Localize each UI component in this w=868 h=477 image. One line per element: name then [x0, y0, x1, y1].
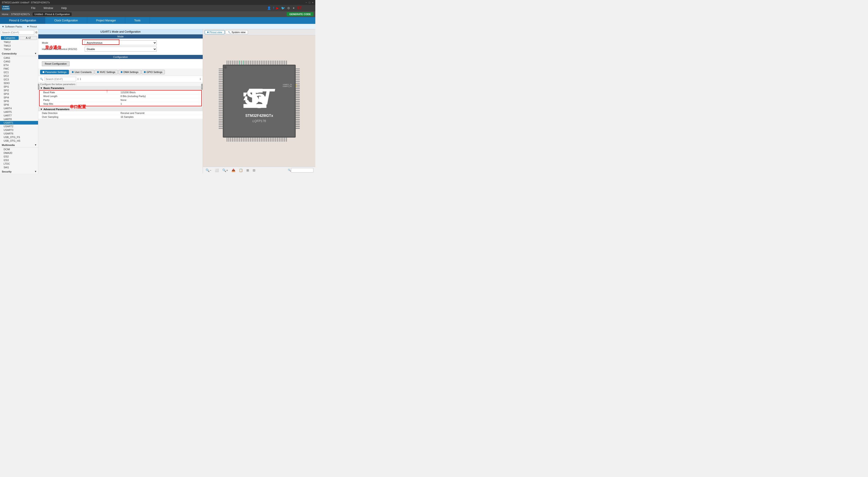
twitter-icon[interactable]: 🐦: [281, 6, 285, 10]
tab-gpio-settings[interactable]: GPIO Settings: [142, 70, 165, 74]
export-button[interactable]: 📤: [230, 168, 236, 172]
copy-button[interactable]: 📋: [238, 168, 244, 172]
svg-rect-80: [219, 90, 223, 91]
sidebar-item-uart5[interactable]: UART5: [0, 110, 38, 114]
sidebar-item-i2c1[interactable]: I2C1: [0, 70, 38, 74]
sidebar-item-spi1[interactable]: SPI1: [0, 85, 38, 89]
svg-rect-122: [296, 104, 300, 105]
generate-code-button[interactable]: GENERATE CODE: [287, 12, 313, 16]
sidebar-section-multimedia[interactable]: Multimedia ▾: [0, 142, 38, 148]
menu-file[interactable]: File: [29, 6, 37, 10]
sidebar-item-sdio[interactable]: SDIO: [0, 81, 38, 85]
minimize-button[interactable]: −: [305, 1, 307, 4]
sidebar-item-spi5[interactable]: SPI5: [0, 99, 38, 103]
right-collapse-button[interactable]: ›: [201, 84, 203, 90]
svg-rect-85: [219, 99, 223, 100]
pinout-view-button[interactable]: Pinout view: [205, 30, 224, 34]
config-tabs: Parameter Settings User Constants NVIC S…: [38, 68, 203, 76]
tab-dma-settings[interactable]: DMA Settings: [118, 70, 141, 74]
svg-rect-1: [228, 61, 229, 65]
svg-rect-52: [259, 137, 260, 142]
sidebar-tab-categories[interactable]: Categories: [1, 36, 19, 40]
sidebar-item-sai1[interactable]: SAI1: [0, 165, 38, 169]
svg-rect-54: [262, 137, 264, 142]
sidebar-item-i2s2[interactable]: I2S2: [0, 155, 38, 158]
sidebar-item-uart7[interactable]: UART7: [0, 114, 38, 117]
youtube-icon[interactable]: ▶: [276, 6, 279, 10]
sidebar-tab-az[interactable]: A->Z: [20, 36, 37, 40]
sidebar-item-tim14[interactable]: TIM14: [0, 47, 38, 51]
breadcrumb-home[interactable]: Home: [2, 13, 8, 15]
software-packs-dropdown[interactable]: ▼ Software Packs: [2, 25, 22, 28]
sidebar-item-usb-otg-fs[interactable]: USB_OTG_FS: [0, 135, 38, 139]
zoom-in-button[interactable]: 🔍+: [221, 168, 229, 172]
sidebar-item-fmc[interactable]: FMC: [0, 67, 38, 70]
maximize-button[interactable]: □: [309, 1, 310, 4]
bottom-search-input[interactable]: [291, 168, 313, 172]
sidebar-item-tim13[interactable]: TIM13: [0, 44, 38, 47]
fit-button[interactable]: ⬜: [214, 168, 220, 172]
zoom-out-button[interactable]: 🔍−: [205, 168, 212, 172]
pinout-dropdown[interactable]: ▼ Pinout: [27, 25, 37, 28]
svg-rect-125: [296, 110, 300, 111]
close-button[interactable]: ×: [312, 1, 313, 4]
sidebar-item-i2c3[interactable]: I2C3: [0, 78, 38, 81]
advanced-params-header[interactable]: ▼ Advanced Parameters: [38, 107, 203, 111]
sidebar-item-uart8[interactable]: UART8: [0, 117, 38, 121]
sidebar-item-eth[interactable]: ETH: [0, 63, 38, 67]
tab-project-manager[interactable]: Project Manager: [87, 17, 125, 24]
sidebar-item-usart1[interactable]: ✓USART1: [0, 121, 38, 125]
sidebar-item-usart3[interactable]: USART3: [0, 128, 38, 132]
star-icon[interactable]: ✦: [292, 6, 295, 10]
github-icon[interactable]: ⚙: [287, 6, 290, 10]
tab-tools[interactable]: Tools: [125, 17, 150, 24]
sidebar-item-i2s3[interactable]: I2S3: [0, 158, 38, 162]
sidebar-item-spi3[interactable]: SPI3: [0, 92, 38, 96]
sidebar-item-i2c2[interactable]: I2C2: [0, 74, 38, 78]
sidebar-item-tim12[interactable]: TIM12: [0, 40, 38, 44]
sidebar-section-security[interactable]: Security ▾: [0, 169, 38, 173]
svg-rect-78: [219, 87, 223, 87]
sidebar-search-input[interactable]: [1, 30, 34, 35]
svg-text:ST: ST: [245, 84, 275, 109]
breadcrumb-chip[interactable]: STM32F429IGTx: [11, 13, 30, 15]
svg-rect-18: [259, 61, 260, 65]
sidebar-item-dcmi[interactable]: DCMI: [0, 148, 38, 151]
sidebar-item-ltdc[interactable]: LTDC: [0, 162, 38, 165]
grid2-button[interactable]: ⊟: [252, 168, 256, 172]
param-search-input[interactable]: [44, 77, 76, 81]
tab-clock[interactable]: Clock Configuration: [45, 17, 87, 24]
sidebar-settings-icon[interactable]: ⚙: [35, 31, 38, 34]
tab-parameter-settings[interactable]: Parameter Settings: [40, 70, 69, 74]
reset-config-button[interactable]: Reset Configuration: [42, 61, 70, 66]
sidebar-section-connectivity[interactable]: Connectivity ▾: [0, 51, 38, 56]
svg-rect-98: [219, 123, 223, 123]
sidebar-item-usb-otg-hs[interactable]: USB_OTG_HS: [0, 139, 38, 142]
tab-user-constants[interactable]: User Constants: [69, 70, 94, 74]
system-view-button[interactable]: 🔧 System view: [225, 30, 248, 34]
menu-help[interactable]: Help: [59, 6, 69, 10]
basic-params-header[interactable]: ▼ Basic Parameters: [38, 86, 203, 90]
sidebar-item-dma2d[interactable]: DMA2D: [0, 151, 38, 155]
grid-button[interactable]: ⊞: [246, 168, 250, 172]
info-icon-2[interactable]: ℹ: [80, 77, 81, 81]
sidebar-item-can1[interactable]: CAN1: [0, 56, 38, 60]
user-icon[interactable]: 👤: [267, 6, 271, 10]
hw-flow-select[interactable]: Disable: [85, 46, 157, 52]
info-icon-1[interactable]: ℹ: [78, 77, 79, 81]
sidebar-item-spi2[interactable]: SPI2: [0, 89, 38, 92]
st-icon[interactable]: ST: [297, 6, 302, 10]
sidebar-item-usart6[interactable]: USART6: [0, 132, 38, 135]
sidebar-item-can2[interactable]: CAN2: [0, 60, 38, 63]
info-icon-3[interactable]: ℹ: [200, 77, 201, 81]
tab-nvic-settings[interactable]: NVIC Settings: [95, 70, 118, 74]
tab-pinout[interactable]: Pinout & Configuration: [0, 17, 45, 24]
sidebar-item-usart2[interactable]: USART2: [0, 125, 38, 128]
facebook-icon[interactable]: f: [273, 6, 274, 10]
sidebar-item-uart4[interactable]: UART4: [0, 106, 38, 110]
menu-window[interactable]: Window: [42, 6, 55, 10]
sidebar-item-spi6[interactable]: SPI6: [0, 103, 38, 106]
sidebar-collapse-button[interactable]: ‹: [38, 84, 39, 90]
mode-select[interactable]: Asynchronous: [85, 40, 157, 45]
sidebar-item-spi4[interactable]: SPI4: [0, 96, 38, 99]
